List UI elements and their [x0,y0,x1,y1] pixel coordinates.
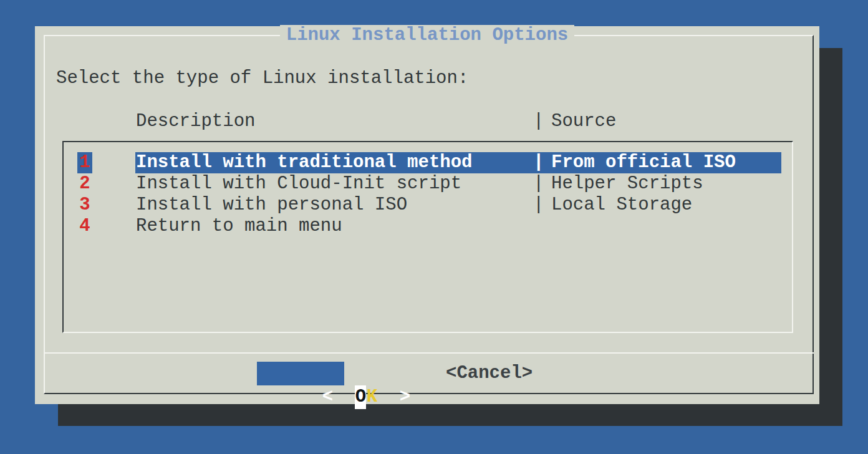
button-row: <OK> <Cancel> [35,362,819,385]
ok-button-close-bracket: > [399,385,410,409]
menu-listbox: 1 Install with traditional method | From… [62,141,793,333]
installation-options-dialog: Linux Installation Options Select the ty… [35,26,819,404]
cancel-button[interactable]: <Cancel> [446,362,533,385]
instruction-text: Select the type of Linux installation: [56,68,468,89]
menu-item-tag: 2 [77,173,92,195]
menu-item-separator: | [533,173,544,195]
ok-button-hotkey: K [366,385,377,409]
menu-item-tag: 4 [77,216,92,237]
menu-item-description: Install with personal ISO [136,195,407,216]
menu-item-description: Install with traditional method [136,152,473,173]
ok-button-open-bracket: < [322,385,333,409]
menu-item-description: Return to main menu [136,216,342,237]
column-header-source: Source [551,111,616,132]
dialog-title: Linux Installation Options [35,26,819,45]
ok-button-spacer [377,385,399,409]
column-separator: | [533,111,544,132]
ok-button[interactable]: <OK> [257,362,344,385]
menu-item-source: From official ISO [551,152,736,173]
ok-button-spacer [333,385,355,409]
menu-item-tag: 3 [77,195,92,216]
menu-item-description: Install with Cloud-Init script [136,173,461,195]
menu-item-separator: | [533,152,544,173]
terminal-cursor: O [355,385,366,409]
menu-item-4[interactable]: 4 Return to main menu [64,216,792,237]
menu-item-source: Helper Scripts [551,173,703,195]
menu-item-separator: | [533,195,544,216]
menu-item-3[interactable]: 3 Install with personal ISO | Local Stor… [64,195,792,216]
menu-item-1-selected[interactable]: 1 Install with traditional method | From… [64,152,792,173]
menu-item-source: Local Storage [551,195,692,216]
menu-item-tag: 1 [77,152,92,173]
menu-item-2[interactable]: 2 Install with Cloud-Init script | Helpe… [64,173,792,195]
button-separator-line [44,352,814,354]
column-header-description: Description [136,111,255,132]
dialog-title-text: Linux Installation Options [280,25,574,46]
